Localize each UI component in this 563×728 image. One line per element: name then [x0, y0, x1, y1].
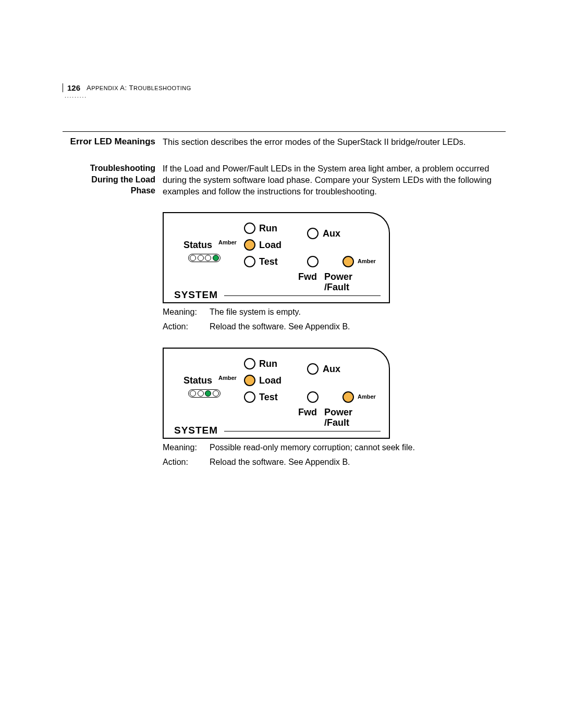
hdr-sep: A: T — [118, 84, 133, 92]
action-row-1: Action: Reload the software. See Appendi… — [163, 321, 506, 332]
system-diagram-2: Run Load Test Status Amber Aux Fwd Amber… — [163, 348, 390, 439]
status-pill-icon — [188, 254, 221, 262]
power-led-icon-2 — [342, 391, 354, 403]
system-line — [224, 295, 381, 297]
action-row-2: Action: Reload the software. See Appendi… — [163, 456, 506, 468]
system-label: SYSTEM — [174, 289, 218, 301]
status-dot-3b — [205, 390, 211, 397]
power-led-icon — [342, 256, 354, 267]
action-text-2: Reload the software. See Appendix B. — [210, 456, 506, 468]
hdr-appendix: PPENDIX — [91, 85, 118, 91]
run-led-icon-2 — [244, 358, 255, 369]
meaning-row-2: Meaning: Possible read-only memory corru… — [163, 442, 506, 453]
section-error-led: Error LED Meanings This section describe… — [63, 136, 506, 148]
sidehead-error-led: Error LED Meanings — [63, 136, 163, 148]
header-dots-icon: ∙·······∙ — [65, 94, 506, 100]
aux-label-2: Aux — [323, 364, 340, 375]
fwd-led-icon — [307, 256, 319, 267]
power-label-2: Power — [324, 407, 352, 418]
load-led-icon-2 — [244, 375, 255, 386]
sidehead-l2: During the Load — [63, 174, 155, 186]
run-label: Run — [259, 223, 277, 234]
fault-label-2: /Fault — [324, 417, 349, 428]
header-breadcrumb: APPENDIX A: TROUBLESHOOTING — [87, 83, 191, 92]
body-error-led: This section describes the error modes o… — [163, 136, 466, 148]
body-troubleshooting: If the Load and Power/Fault LEDs in the … — [163, 163, 496, 198]
action-label-2: Action: — [163, 456, 210, 468]
meaning-row-1: Meaning: The file system is empty. — [163, 306, 506, 318]
system-diagram-1: Run Load Test Status Amber Aux Fwd Amber… — [163, 212, 390, 303]
page-number: 126 — [63, 83, 87, 92]
status-label: Status — [183, 240, 212, 251]
system-line-2 — [224, 431, 381, 432]
load-label-2: Load — [259, 375, 282, 386]
status-dot-3 — [205, 255, 211, 261]
fwd-label-2: Fwd — [298, 407, 317, 418]
load-led-icon — [244, 239, 255, 251]
hdr-trouble: ROUBLESHOOTING — [133, 85, 191, 91]
fwd-led-icon-2 — [307, 391, 319, 403]
sidehead-troubleshooting: Troubleshooting During the Load Phase — [63, 163, 163, 198]
diagram-block-1: Run Load Test Status Amber Aux Fwd Amber… — [163, 212, 506, 333]
status-pill-icon-2 — [188, 389, 221, 398]
run-led-icon — [244, 223, 255, 234]
meaning-label-2: Meaning: — [163, 442, 210, 453]
action-text-1: Reload the software. See Appendix B. — [210, 321, 506, 332]
test-led-icon — [244, 256, 255, 267]
amber-left-label-2: Amber — [218, 375, 237, 381]
sidehead-l3: Phase — [63, 185, 155, 196]
meaning-text-2: Possible read-only memory corruption; ca… — [210, 442, 506, 453]
status-dot-1b — [190, 390, 196, 397]
status-dot-4 — [213, 255, 219, 261]
meaning-text-1: The file system is empty. — [210, 306, 506, 318]
load-label: Load — [259, 240, 282, 251]
diagram-block-2: Run Load Test Status Amber Aux Fwd Amber… — [163, 348, 506, 468]
status-label-2: Status — [183, 375, 212, 386]
fault-label: /Fault — [324, 282, 349, 293]
section-troubleshooting: Troubleshooting During the Load Phase If… — [63, 163, 506, 198]
fwd-label: Fwd — [298, 272, 317, 282]
action-label-1: Action: — [163, 321, 210, 332]
aux-led-icon-2 — [307, 363, 319, 375]
run-label-2: Run — [259, 359, 277, 369]
power-label: Power — [324, 272, 352, 282]
status-dot-2b — [198, 390, 204, 397]
meaning-label-1: Meaning: — [163, 306, 210, 318]
status-dot-1 — [190, 255, 196, 261]
page: 126 APPENDIX A: TROUBLESHOOTING ∙·······… — [0, 0, 563, 468]
page-header: 126 APPENDIX A: TROUBLESHOOTING — [63, 83, 506, 92]
amber-right-label-2: Amber — [358, 393, 376, 400]
hdr-a: A — [87, 84, 91, 92]
status-dot-4b — [213, 390, 219, 397]
test-label: Test — [259, 256, 278, 267]
amber-right-label: Amber — [358, 258, 376, 264]
test-label-2: Test — [259, 392, 278, 403]
amber-left-label: Amber — [218, 239, 237, 245]
sidehead-l1: Troubleshooting — [63, 163, 155, 174]
status-dot-2 — [198, 255, 204, 261]
system-label-2: SYSTEM — [174, 425, 218, 436]
test-led-icon-2 — [244, 391, 255, 403]
section-rule — [63, 131, 506, 132]
aux-led-icon — [307, 228, 319, 239]
aux-label: Aux — [323, 228, 340, 239]
